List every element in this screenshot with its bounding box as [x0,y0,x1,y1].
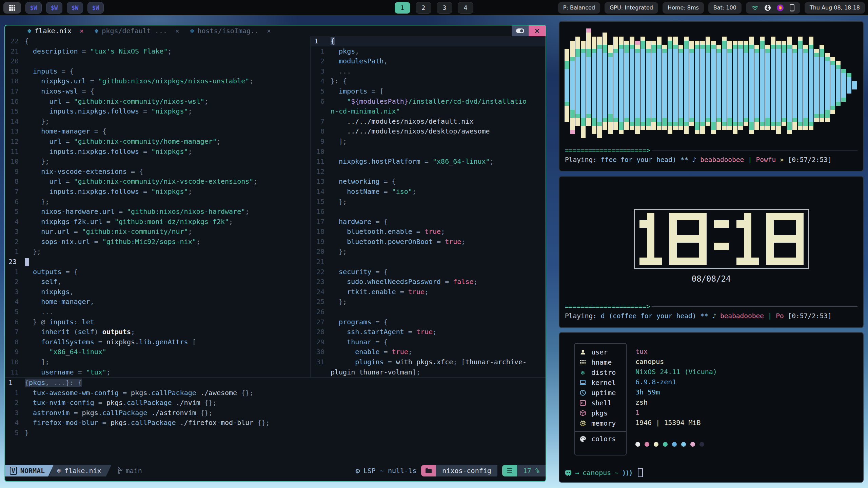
code-line[interactable]: 1 tux-awesome-wm-config = pkgs.callPacka… [5,388,546,398]
code-line[interactable]: 8 ../../modules/nixos/desktop/awesome [311,126,545,137]
code-line[interactable]: 2 self, [5,277,310,287]
toggle-button[interactable] [512,25,529,36]
code-line[interactable]: plugin thunar-volman]; [311,367,545,377]
code-line[interactable]: 1 }; [5,247,310,257]
code-line[interactable]: 5} [5,428,546,438]
code-line[interactable]: 4}: { [311,76,545,86]
code-line[interactable]: 7 inherit (self) outputs; [5,327,310,337]
code-line[interactable]: 18 nixpkgs.url = "github:nixos/nixpkgs/n… [5,76,310,86]
tag-2[interactable]: 2 [416,2,431,14]
code-line[interactable]: 31 plugins = with pkgs.xfce; [thunar-arc… [311,357,545,367]
editor-pane-iso[interactable]: 1{1 pkgs,2 modulesPath,3 ...4}: {5 impor… [311,36,545,377]
code-line[interactable]: 10 ]; [5,357,310,367]
code-line[interactable]: 3 astronvim = pkgs.callPackage ./astronv… [5,408,546,418]
code-line[interactable]: 1{ [311,36,545,46]
code-line[interactable]: 12 url = "github:nix-community/home-mana… [5,137,310,147]
workspace-icon[interactable]: $W [25,2,42,14]
tab-close-icon[interactable]: × [175,27,179,35]
window-close-button[interactable]: × [529,25,546,36]
tab-close-icon[interactable]: × [267,27,271,35]
code-line[interactable]: 10 }; [5,157,310,167]
code-line[interactable]: 16 [311,207,545,217]
code-line[interactable]: 26 [311,307,545,317]
tag-1[interactable]: 1 [395,2,410,14]
tag-3[interactable]: 3 [437,2,452,14]
tab-close-icon[interactable]: × [80,27,84,35]
launcher-icon[interactable] [3,2,21,14]
code-line[interactable]: 4 nixpkgs-f2k.url = "github:moni-dz/nixp… [5,217,310,227]
tab-hosts/isoImag..[interactable]: ❄hosts/isoImag..× [188,27,280,35]
code-line[interactable]: 13 home-manager = { [5,126,310,137]
code-line[interactable]: 14 }; [5,117,310,127]
workspace-icon[interactable]: $W [67,2,83,14]
visualizer-window[interactable]: =====================> Playing: ffee for… [559,21,864,171]
code-line[interactable]: 17 hardware = { [311,217,545,227]
workspace-icon[interactable]: $W [87,2,104,14]
code-line[interactable]: 10 [311,147,545,157]
code-line[interactable]: 3 ... [311,66,545,77]
code-line[interactable]: 3 nur.url = "github:nix-community/nur"; [5,227,310,237]
code-line[interactable]: 19 inputs = { [5,66,310,77]
code-line[interactable]: 9 nix-vscode-extensions = { [5,167,310,177]
tab-pkgs/default ...[interactable]: ❄pkgs/default ...× [93,27,188,35]
neovim-window[interactable]: ❄flake.nix×❄pkgs/default ...×❄hosts/isoI… [4,25,546,482]
code-line[interactable]: 18 bluetooth.enable = true; [311,227,545,237]
code-line[interactable]: 19 bluetooth.powerOnBoot = true; [311,237,545,247]
code-line[interactable]: 15 }; [311,197,545,207]
code-line[interactable]: 9 ]; [311,137,545,147]
code-line[interactable]: 2 sops-nix.url = "github:Mic92/sops-nix"… [5,237,310,247]
code-line[interactable]: 28 ssh.startAgent = true; [311,327,545,337]
code-line[interactable]: 11 username = "tux"; [5,367,310,377]
clock-window[interactable]: 08/08/24 =====================> Playing:… [559,176,864,328]
fetch-window[interactable]: userhname❄distrokerneluptimeshellpkgsmem… [559,332,864,483]
code-line[interactable]: 5 imports = [ [311,86,545,97]
code-line[interactable]: 21 [311,257,545,267]
tray-pill[interactable] [746,2,800,14]
code-line[interactable]: 2 tux-nvim-config = pkgs.callPackage ./n… [5,398,546,408]
code-line[interactable]: 8 url = "github:nix-community/nix-vscode… [5,177,310,187]
code-line[interactable]: 4 home-manager, [5,297,310,307]
code-line[interactable]: 27 programs = { [311,317,545,327]
code-line[interactable]: 9 "x86_64-linux" [5,347,310,357]
code-line[interactable]: 6 } @ inputs: let [5,317,310,327]
code-line[interactable]: 20 [5,56,310,66]
code-line[interactable]: n-cd-minimal.nix" [311,106,545,117]
code-line[interactable]: 22{ [5,36,310,46]
code-line[interactable]: 11 nixpkgs.hostPlatform = "x86_64-linux"… [311,157,545,167]
code-line[interactable]: 23 sudo.wheelNeedsPassword = false; [311,277,545,287]
code-line[interactable]: 7 inputs.nixpkgs.follows = "nixpkgs"; [5,187,310,197]
code-line[interactable]: 16 url = "github:nix-community/nixos-wsl… [5,97,310,107]
code-line[interactable]: 30 enable = true; [311,347,545,357]
workspace-icon[interactable]: $W [46,2,62,14]
code-line[interactable]: 1 pkgs, [311,46,545,57]
shell-prompt[interactable]: → canopus ~ ))) [565,468,643,477]
code-line[interactable]: 6 "${modulesPath}/installer/cd-dvd/insta… [311,97,545,107]
code-line[interactable]: 4 firefox-mod-blur = pkgs.callPackage ./… [5,418,546,428]
code-line[interactable]: 25 }; [311,297,545,307]
code-line[interactable]: 8 forAllSystems = nixpkgs.lib.genAttrs [ [5,337,310,347]
code-line[interactable]: 13 networking = { [311,177,545,187]
code-line[interactable]: 7 ../../modules/nixos/default.nix [311,117,545,127]
code-line[interactable]: 14 hostName = "iso"; [311,187,545,197]
code-line[interactable]: 15 inputs.nixpkgs.follows = "nixpkgs"; [5,106,310,117]
code-line[interactable]: 6 }; [5,197,310,207]
code-line[interactable]: 3 nixpkgs, [5,287,310,297]
code-line[interactable]: 1 outputs = { [5,267,310,277]
code-line[interactable]: 5 ... [5,307,310,317]
code-line[interactable]: 12 [311,167,545,177]
tag-4[interactable]: 4 [458,2,473,14]
code-line[interactable]: 17 nixos-wsl = { [5,86,310,97]
code-line[interactable]: 23 [5,257,310,267]
code-line[interactable]: 11 inputs.nixpkgs.follows = "nixpkgs"; [5,147,310,157]
editor-pane-pkgs[interactable]: 1{pkgs, ...}: {1 tux-awesome-wm-config =… [5,378,546,439]
code-line[interactable]: 1{pkgs, ...}: { [5,378,546,388]
code-line[interactable]: 2 modulesPath, [311,56,545,66]
code-line[interactable]: 21 description = "tux's NixOS Flake"; [5,46,310,57]
code-line[interactable]: 22 security = { [311,267,545,277]
tab-flake.nix[interactable]: ❄flake.nix× [25,27,93,35]
code-line[interactable]: 20 }; [311,247,545,257]
editor-pane-flake[interactable]: 22{21 description = "tux's NixOS Flake";… [5,36,310,377]
code-line[interactable]: 5 nixos-hardware.url = "github:nixos/nix… [5,207,310,217]
code-line[interactable]: 29 thunar = { [311,337,545,347]
code-line[interactable]: 24 rtkit.enable = true; [311,287,545,297]
